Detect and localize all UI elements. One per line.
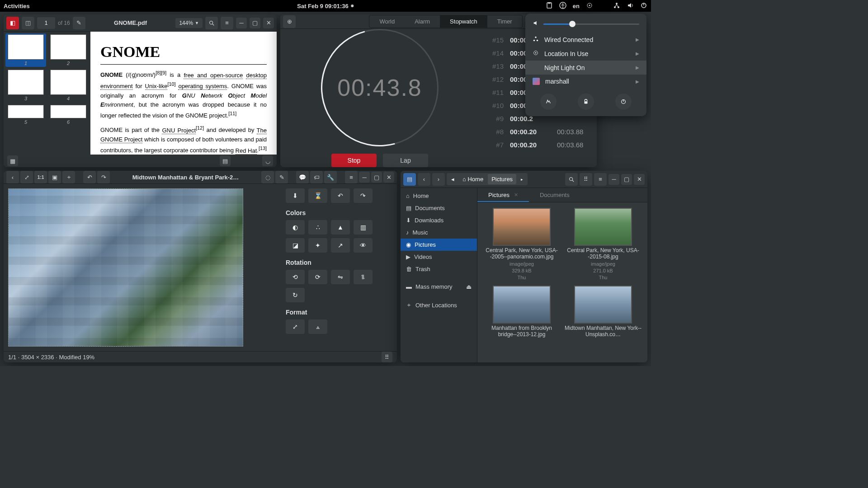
volume-slider[interactable]	[543, 23, 639, 25]
tab-documents[interactable]: Documents	[529, 188, 580, 202]
close-button[interactable]: ✕	[263, 18, 274, 28]
place-videos[interactable]: ▶Videos	[401, 251, 477, 263]
maximize-button[interactable]: ▢	[371, 172, 382, 183]
new-button[interactable]: ⊕	[283, 15, 296, 28]
settings-button[interactable]	[540, 94, 557, 110]
zoom-select[interactable]: 144% ▼	[175, 18, 203, 28]
edit-button[interactable]: ✎	[73, 17, 85, 29]
zoom-fit-button[interactable]: ▣	[48, 171, 61, 183]
free-rotate-button[interactable]: ↻	[286, 288, 305, 302]
levels-button[interactable]: ▲	[331, 220, 350, 235]
minimize-button[interactable]: ─	[236, 18, 247, 28]
redo-tool-button[interactable]: ↷	[354, 188, 373, 203]
flip-v-button[interactable]: ⥮	[354, 270, 373, 284]
rotate-right-button[interactable]: ⟳	[308, 270, 327, 284]
undo-tool-button[interactable]: ↶	[331, 188, 350, 203]
tools-button[interactable]: 🔧	[324, 171, 337, 183]
clipboard-icon[interactable]	[546, 2, 553, 10]
pdf-content-area[interactable]: GNOME GNOME (/(ɡ)noʊm/)[8][9] is a free …	[90, 32, 277, 155]
tab-pictures[interactable]: Pictures✕	[477, 188, 529, 202]
close-tab-icon[interactable]: ✕	[514, 192, 518, 198]
contrast-button[interactable]: ◐	[286, 220, 305, 235]
place-music[interactable]: ♪Music	[401, 226, 477, 239]
grayscale-button[interactable]: ▥	[354, 220, 373, 235]
light-button[interactable]: ◌	[261, 171, 274, 183]
crop-button[interactable]: ⟁	[308, 319, 327, 334]
nav-back-button[interactable]: ‹	[418, 173, 430, 186]
menu-button[interactable]: ≡	[345, 171, 358, 183]
redo-button[interactable]: ↷	[97, 171, 110, 183]
place-mass-memory[interactable]: ▬Mass memory⏏	[401, 281, 477, 293]
place-trash[interactable]: 🗑Trash	[401, 263, 477, 275]
page-thumbnail[interactable]: 3	[5, 69, 46, 102]
maximize-button[interactable]: ▢	[621, 174, 632, 185]
undo-button[interactable]: ↶	[83, 171, 96, 183]
redeye-button[interactable]: 👁	[354, 238, 373, 253]
auto-button[interactable]: ✦	[308, 238, 327, 253]
tab-timer[interactable]: Timer	[487, 15, 522, 28]
place-home[interactable]: ⌂Home	[401, 190, 477, 202]
zoom-in-button[interactable]: ＋	[62, 171, 75, 183]
maximize-button[interactable]: ▢	[250, 18, 260, 28]
minimize-button[interactable]: ─	[609, 174, 619, 185]
menu-location[interactable]: Location In Use ▶	[525, 47, 646, 61]
zoom-100-button[interactable]: 1:1	[34, 171, 47, 183]
back-button[interactable]: ‹	[6, 171, 19, 183]
page-thumbnail[interactable]: 5	[5, 104, 46, 126]
rotate-left-button[interactable]: ⟲	[286, 270, 305, 284]
edit-button[interactable]: ✎	[275, 171, 288, 183]
page-thumbnail[interactable]: 1	[5, 33, 46, 67]
close-button[interactable]: ✕	[634, 174, 645, 185]
lap-button[interactable]: Lap	[383, 154, 428, 167]
page-thumbnail[interactable]: 4	[48, 69, 89, 102]
nav-forward-button[interactable]: ›	[432, 173, 445, 186]
outline-button[interactable]: ▤	[220, 155, 231, 166]
path-home[interactable]: ⌂ Home	[459, 174, 487, 184]
comment-button[interactable]: 💬	[296, 171, 309, 183]
eject-icon[interactable]: ⏏	[466, 283, 472, 290]
place-downloads[interactable]: ⬇Downloads	[401, 214, 477, 226]
view-grid-button[interactable]: ▦	[7, 155, 18, 166]
revert-button[interactable]: ⌛	[308, 188, 327, 203]
tag-button[interactable]: 🏷	[310, 171, 323, 183]
save-button[interactable]: ⬇	[286, 188, 305, 203]
place-other[interactable]: ＋Other Locations	[401, 298, 477, 312]
menu-wired[interactable]: Wired Connected ▶	[525, 33, 646, 47]
page-number-input[interactable]	[37, 17, 55, 29]
file-item[interactable]: Central Park, New York, USA--2015-08.jpg…	[564, 208, 642, 280]
activities-button[interactable]: Activities	[4, 3, 30, 9]
file-item[interactable]: Manhattan from Brooklyn bridge--2013-12.…	[483, 286, 561, 338]
tab-alarm[interactable]: Alarm	[405, 15, 440, 28]
path-pictures[interactable]: Pictures	[488, 174, 516, 184]
curves-button[interactable]: ∴	[308, 220, 327, 235]
menu-nightlight[interactable]: Night Light On ▶	[525, 61, 646, 75]
page-thumbnail[interactable]: 2	[48, 33, 89, 67]
view-icon-button[interactable]: ⠿	[580, 173, 592, 186]
place-pictures[interactable]: ◉Pictures	[401, 239, 477, 251]
fullscreen-button[interactable]: ⤢	[20, 171, 33, 183]
view-list-button[interactable]: ≡	[594, 173, 607, 186]
menu-user[interactable]: marshall ▶	[525, 75, 646, 88]
lock-button[interactable]	[578, 94, 594, 110]
close-button[interactable]: ✕	[383, 172, 394, 183]
sharpen-button[interactable]: ↗	[331, 238, 350, 253]
page-thumbnail[interactable]: 6	[48, 104, 89, 126]
power-button[interactable]	[615, 94, 632, 110]
image-canvas[interactable]	[4, 184, 279, 351]
clock-label[interactable]: Sat Feb 9 09:01:36	[297, 3, 348, 9]
tab-stopwatch[interactable]: Stopwatch	[440, 15, 487, 28]
menu-button[interactable]: ≡	[221, 17, 233, 29]
tab-world[interactable]: World	[369, 15, 405, 28]
sidebar-toggle-button[interactable]: ◫	[22, 17, 34, 29]
file-grid[interactable]: Central Park, New York, USA--2005--panor…	[477, 202, 647, 362]
accessibility-icon[interactable]	[559, 2, 566, 10]
file-item[interactable]: Midtown Manhattan, New York--Unsplash.co…	[564, 286, 642, 338]
flip-h-button[interactable]: ⇋	[331, 270, 350, 284]
invert-button[interactable]: ◪	[286, 238, 305, 253]
search-button[interactable]	[565, 173, 578, 186]
place-documents[interactable]: ▤Documents	[401, 202, 477, 214]
power-icon[interactable]	[640, 2, 647, 10]
keyboard-layout-label[interactable]: en	[573, 3, 580, 9]
volume-mute-icon[interactable]	[533, 20, 539, 28]
grid-view-button[interactable]: ⠿	[382, 352, 392, 362]
